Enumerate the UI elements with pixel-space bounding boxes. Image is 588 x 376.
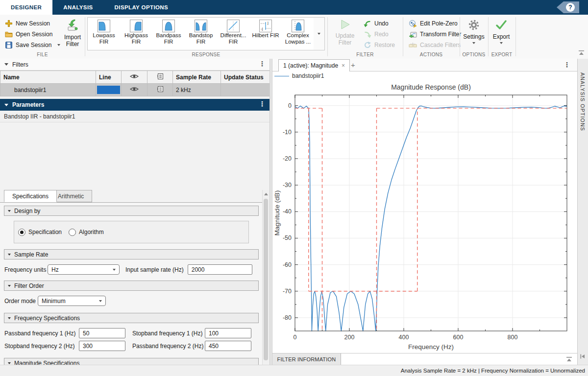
frequency-units-value: Hz xyxy=(51,266,59,273)
update-filter-button[interactable]: Update Filter xyxy=(332,19,358,46)
new-figure-tab-button[interactable]: + xyxy=(351,61,355,69)
magnitude-response-chart[interactable]: 02004006008000-10-20-30-40-50-60-70-80Ma… xyxy=(272,80,577,353)
export-group-label: EXPORT xyxy=(488,52,515,58)
passband-freq1-field[interactable]: 50 xyxy=(79,328,125,338)
redo-button[interactable]: Redo xyxy=(363,29,390,39)
transform-filter-icon xyxy=(409,30,417,39)
order-mode-select[interactable]: Minimum xyxy=(38,296,106,306)
kebab-menu-icon[interactable]: ⋮ xyxy=(259,100,266,108)
y-tick-label: -20 xyxy=(283,155,292,162)
legend-label[interactable]: bandstopiir1 xyxy=(292,72,324,79)
analysis-options-strip[interactable]: ANALYSIS OPTIONS xyxy=(577,59,588,365)
complex-lowpass-button[interactable]: Complex Lowpas ... xyxy=(282,18,314,50)
sample-rate-section-header[interactable]: Sample Rate xyxy=(4,249,259,259)
bandpass-fir-button[interactable]: Bandpass FIR xyxy=(152,18,185,50)
collapse-triangle-icon xyxy=(4,104,8,106)
highpass-fir-button[interactable]: Highpass FIR xyxy=(120,18,152,50)
cascade-filters-button[interactable]: Cascade Filters xyxy=(408,40,462,50)
col-name[interactable]: Name xyxy=(0,71,96,84)
col-visibility[interactable] xyxy=(122,71,147,84)
scroll-up-icon[interactable] xyxy=(264,193,268,195)
tab-designer[interactable]: DESIGNER xyxy=(0,0,52,15)
frequency-specs-title: Frequency Specifications xyxy=(14,315,80,322)
eye-icon xyxy=(130,73,139,79)
transform-filter-button[interactable]: Transform Filter xyxy=(408,29,462,39)
annotation-cell[interactable] xyxy=(147,84,173,96)
filter-information-button[interactable]: FILTER INFORMATION xyxy=(272,353,341,365)
visibility-cell[interactable] xyxy=(122,84,147,96)
parameters-tabs: Specifications Arithmetic xyxy=(0,190,270,203)
y-tick-label: -40 xyxy=(283,208,292,215)
line-color-cell[interactable] xyxy=(96,84,122,96)
differentiator-response-icon xyxy=(227,20,240,32)
lowpass-fir-button[interactable]: Lowpass FIR xyxy=(88,18,120,50)
stopband-freq2-field[interactable]: 300 xyxy=(79,341,125,351)
kebab-menu-icon[interactable]: ⋮ xyxy=(564,61,570,69)
tab-specifications[interactable]: Specifications xyxy=(4,190,57,202)
parameters-panel-header[interactable]: Parameters ⋮ xyxy=(0,99,270,111)
input-sample-rate-label: Input sample rate (Hz) xyxy=(125,266,184,273)
export-button[interactable]: Export xyxy=(490,19,513,44)
x-tick-label: 800 xyxy=(508,334,518,341)
col-sample-rate[interactable]: Sample Rate xyxy=(173,71,221,84)
expand-filter-information-button[interactable] xyxy=(566,356,572,364)
settings-label: Settings xyxy=(463,33,484,40)
stopband-freq1-field[interactable]: 100 xyxy=(205,328,251,338)
line-color-swatch[interactable] xyxy=(97,86,120,94)
close-icon[interactable]: × xyxy=(342,62,345,69)
col-line[interactable]: Line xyxy=(96,71,122,84)
order-mode-label: Order mode xyxy=(4,298,38,305)
tab-analysis[interactable]: ANALYSIS xyxy=(52,0,103,15)
radio-algorithm[interactable] xyxy=(69,229,76,236)
settings-button[interactable]: Settings xyxy=(462,19,486,44)
help-button[interactable]: ? xyxy=(557,1,579,13)
expand-panel-icon[interactable] xyxy=(580,353,586,361)
legend-line-sample xyxy=(274,76,289,76)
input-sample-rate-field[interactable]: 2000 xyxy=(188,264,252,275)
analysis-options-label[interactable]: ANALYSIS OPTIONS xyxy=(580,72,586,131)
gallery-expand-button[interactable] xyxy=(314,17,325,50)
figure-tab-magnitude[interactable]: 1 (active): Magnitude × xyxy=(278,59,350,71)
filter-row-bandstopiir1[interactable]: bandstopiir1 2 kHz xyxy=(0,84,270,96)
resp-label: Different... xyxy=(220,32,246,39)
design-by-section-header[interactable]: Design by xyxy=(4,206,259,216)
figure-bottom-bar: FILTER INFORMATION xyxy=(272,353,577,365)
parameters-scrollbar[interactable] xyxy=(262,190,270,376)
scrollbar-thumb[interactable] xyxy=(264,199,268,360)
save-session-button[interactable]: Save Session xyxy=(4,40,61,50)
frequency-specs-section-header[interactable]: Frequency Specifications xyxy=(4,313,259,323)
new-session-button[interactable]: New Session xyxy=(4,19,51,28)
col-update-status[interactable]: Update Status xyxy=(221,71,270,84)
collapse-ribbon-button[interactable] xyxy=(578,50,585,57)
y-tick-label: -50 xyxy=(283,235,292,241)
frequency-units-select[interactable]: Hz xyxy=(48,264,120,275)
open-session-button[interactable]: Open Session xyxy=(4,29,53,39)
col-annotation[interactable] xyxy=(147,71,173,84)
stopband-freq1-label: Stopband frequency 1 (Hz) xyxy=(132,330,205,337)
tab-display-options[interactable]: DISPLAY OPTIONS xyxy=(104,0,179,15)
bandstop-fir-button[interactable]: Bandstop FIR xyxy=(185,18,217,50)
radio-specification[interactable] xyxy=(18,229,25,236)
y-tick-label: -10 xyxy=(283,129,292,136)
hilbert-fir-button[interactable]: j-j Hilbert FIR xyxy=(249,18,282,50)
filter-name-cell[interactable]: bandstopiir1 xyxy=(0,84,96,96)
sample-rate-title: Sample Rate xyxy=(14,251,48,258)
transform-filter-label: Transform Filter xyxy=(420,31,461,38)
differentiator-fir-button[interactable]: Different... FIR xyxy=(217,18,249,50)
undo-button[interactable]: Undo xyxy=(363,19,390,28)
kebab-menu-icon[interactable]: ⋮ xyxy=(259,60,266,68)
y-tick-label: -60 xyxy=(283,261,292,268)
chevron-down-icon xyxy=(99,300,102,302)
save-session-label: Save Session xyxy=(16,42,51,48)
passband-freq2-field[interactable]: 450 xyxy=(205,341,251,351)
filter-group-label: FILTER xyxy=(327,52,403,58)
import-filter-button[interactable]: Import Filter xyxy=(61,19,84,47)
filters-panel-header[interactable]: Filters ⋮ xyxy=(0,59,270,70)
filter-order-section-header[interactable]: Filter Order xyxy=(4,281,259,291)
restore-button[interactable]: Restore xyxy=(363,40,396,50)
import-filter-label2: Filter xyxy=(66,41,79,47)
svg-text:-j: -j xyxy=(261,26,263,31)
collapse-triangle-icon xyxy=(8,210,11,212)
edit-pole-zero-button[interactable]: Edit Pole-Zero xyxy=(408,19,459,28)
chart-title: Magnitude Response (dB) xyxy=(391,83,471,91)
